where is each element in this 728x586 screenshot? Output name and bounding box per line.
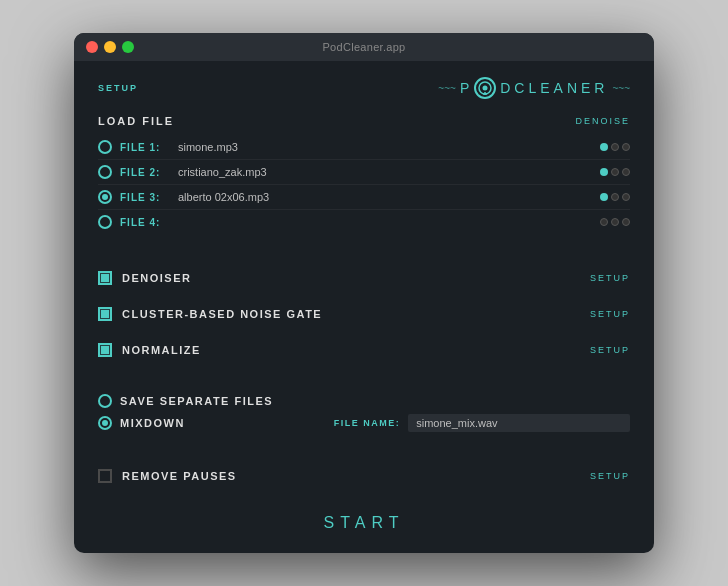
file-row-1: FILE 1: simone.mp3 (98, 135, 630, 160)
save-separate-label: SAVE SEPARATE FILES (120, 395, 630, 407)
denoiser-row: DENOISER SETUP (98, 266, 630, 290)
denoise-dot-inactive (600, 218, 608, 226)
file-2-name: cristiano_zak.mp3 (178, 166, 592, 178)
title-bar: PodCleaner.app (74, 33, 654, 61)
file-section-header: LOAD FILE DENOISE (98, 115, 630, 127)
file-2-label: FILE 2: (120, 167, 170, 178)
denoise-dot-inactive (622, 168, 630, 176)
file-4-label: FILE 4: (120, 217, 170, 228)
file-4-denoise (600, 218, 630, 226)
window-title: PodCleaner.app (322, 41, 405, 53)
mixdown-label: MIXDOWN (120, 417, 326, 429)
file-2-denoise (600, 168, 630, 176)
logo-text: DCLEANER (500, 80, 608, 96)
load-file-title: LOAD FILE (98, 115, 174, 127)
denoise-column-label: DENOISE (575, 116, 630, 126)
mixdown-filename-input[interactable] (408, 414, 630, 432)
denoise-dot-inactive (611, 218, 619, 226)
denoise-dot-inactive (611, 168, 619, 176)
logo-p: P (460, 80, 470, 96)
file-1-radio[interactable] (98, 140, 112, 154)
podcast-icon (474, 77, 496, 99)
denoise-dot-inactive (622, 193, 630, 201)
denoise-dot-active (600, 143, 608, 151)
normalize-checkbox[interactable] (98, 343, 112, 357)
remove-pauses-row: REMOVE PAUSES SETUP (98, 464, 630, 488)
denoiser-checkbox[interactable] (98, 271, 112, 285)
file-3-name: alberto 02x06.mp3 (178, 191, 592, 203)
wave-right-icon: ~~~ (612, 83, 630, 94)
app-window: PodCleaner.app SETUP ~~~ P DCLEANER ~~~ (74, 33, 654, 553)
file-row-4: FILE 4: (98, 210, 630, 234)
denoise-dot-inactive (611, 143, 619, 151)
noise-gate-label: CLUSTER-BASED NOISE GATE (122, 308, 580, 320)
denoiser-setup-link[interactable]: SETUP (590, 273, 630, 283)
file-1-denoise (600, 143, 630, 151)
normalize-setup-link[interactable]: SETUP (590, 345, 630, 355)
file-3-radio[interactable] (98, 190, 112, 204)
normalize-row: NORMALIZE SETUP (98, 338, 630, 362)
header-row: SETUP ~~~ P DCLEANER ~~~ (98, 77, 630, 99)
file-4-radio[interactable] (98, 215, 112, 229)
save-separate-radio[interactable] (98, 394, 112, 408)
file-1-name: simone.mp3 (178, 141, 592, 153)
save-separate-row: SAVE SEPARATE FILES (98, 394, 630, 408)
denoise-dot-inactive (622, 218, 630, 226)
denoise-dot-inactive (611, 193, 619, 201)
file-row-2: FILE 2: cristiano_zak.mp3 (98, 160, 630, 185)
output-section: SAVE SEPARATE FILES MIXDOWN FILE NAME: (98, 394, 630, 432)
wave-left-icon: ~~~ (438, 83, 456, 94)
svg-point-1 (483, 86, 488, 91)
denoiser-label: DENOISER (122, 272, 580, 284)
file-2-radio[interactable] (98, 165, 112, 179)
main-content: SETUP ~~~ P DCLEANER ~~~ LOAD F (74, 61, 654, 553)
start-button[interactable]: START (98, 504, 630, 542)
logo-area: ~~~ P DCLEANER ~~~ (438, 77, 630, 99)
denoise-dot-inactive (622, 143, 630, 151)
noise-gate-setup-link[interactable]: SETUP (590, 309, 630, 319)
denoise-dot-active (600, 193, 608, 201)
remove-pauses-checkbox[interactable] (98, 469, 112, 483)
remove-pauses-setup-link[interactable]: SETUP (590, 471, 630, 481)
load-file-section: LOAD FILE DENOISE FILE 1: simone.mp3 FIL… (98, 115, 630, 234)
setup-label: SETUP (98, 83, 138, 93)
normalize-label: NORMALIZE (122, 344, 580, 356)
mixdown-radio[interactable] (98, 416, 112, 430)
file-3-label: FILE 3: (120, 192, 170, 203)
denoise-dot-active (600, 168, 608, 176)
noise-gate-checkbox[interactable] (98, 307, 112, 321)
remove-pauses-label: REMOVE PAUSES (122, 470, 580, 482)
noise-gate-row: CLUSTER-BASED NOISE GATE SETUP (98, 302, 630, 326)
minimize-button[interactable] (104, 41, 116, 53)
maximize-button[interactable] (122, 41, 134, 53)
file-3-denoise (600, 193, 630, 201)
file-name-label: FILE NAME: (334, 418, 401, 428)
close-button[interactable] (86, 41, 98, 53)
mixdown-row: MIXDOWN FILE NAME: (98, 414, 630, 432)
traffic-lights (86, 41, 134, 53)
file-row-3: FILE 3: alberto 02x06.mp3 (98, 185, 630, 210)
file-1-label: FILE 1: (120, 142, 170, 153)
